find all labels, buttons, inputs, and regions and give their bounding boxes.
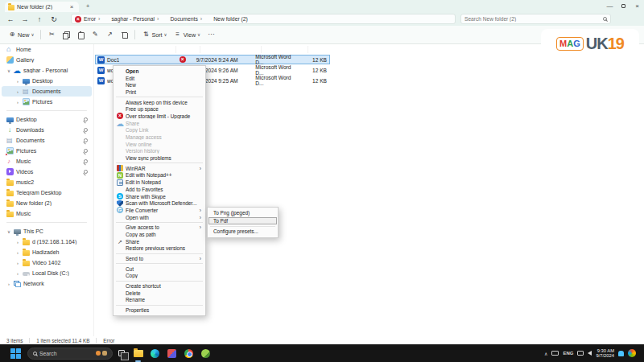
context-menu-item[interactable]: Copy as path: [114, 231, 204, 238]
expand-chevron-icon[interactable]: ∨: [6, 68, 11, 73]
minimize-button[interactable]: —: [603, 0, 617, 11]
sidebar-item[interactable]: Videos: [2, 167, 92, 177]
copilot-icon[interactable]: [628, 349, 636, 357]
context-menu-item[interactable]: Free up space: [114, 105, 204, 113]
submenu-item[interactable]: To Png (jpeged): [208, 209, 277, 217]
toolbar-button[interactable]: [88, 27, 102, 42]
touch-keyboard-icon[interactable]: [551, 351, 559, 356]
context-menu-item[interactable]: Add to Favorites: [114, 186, 204, 193]
context-menu-item[interactable]: Restore previous versions: [114, 245, 204, 253]
sidebar-item[interactable]: Gallery: [2, 55, 92, 65]
context-menu-item[interactable]: View sync problems: [114, 154, 204, 162]
context-menu-item[interactable]: [116, 305, 203, 306]
toolbar-button[interactable]: [59, 27, 73, 42]
volume-icon[interactable]: [588, 351, 592, 356]
context-menu-item[interactable]: WinRAR: [114, 165, 204, 172]
sidebar-item[interactable]: Music: [2, 208, 92, 219]
sidebar-item[interactable]: Desktop: [2, 114, 92, 125]
toolbar-button[interactable]: [102, 27, 117, 42]
context-menu-item[interactable]: Always keep on this device: [114, 99, 204, 106]
sidebar-item[interactable]: Downloads: [2, 125, 92, 135]
context-menu-item[interactable]: Give access to: [114, 224, 204, 231]
context-menu-item[interactable]: Edit in Notepad: [114, 179, 204, 186]
new-tab-button[interactable]: +: [84, 2, 92, 10]
edge-icon[interactable]: [148, 347, 162, 360]
refresh-button[interactable]: ↻: [47, 15, 61, 23]
sidebar-item[interactable]: › d (192.168.1.164): [2, 237, 92, 247]
column-header[interactable]: [175, 46, 200, 53]
sidebar-item[interactable]: New folder (2): [2, 198, 92, 208]
context-menu-item[interactable]: Share: [114, 120, 204, 127]
expand-chevron-icon[interactable]: ›: [15, 261, 20, 265]
context-menu-item[interactable]: File Converter: [114, 207, 204, 214]
context-menu-item[interactable]: Over storage limit - Upgrade: [114, 113, 204, 120]
breadcrumb-segment[interactable]: saghar - Personal: [98, 16, 155, 23]
context-menu-item[interactable]: [116, 281, 203, 282]
context-menu-item[interactable]: [116, 263, 203, 264]
column-header[interactable]: [200, 46, 261, 53]
sidebar-item[interactable]: music2: [2, 177, 92, 187]
context-menu-item[interactable]: Copy: [114, 273, 204, 280]
toolbar-button[interactable]: Sort: [138, 27, 170, 42]
close-button[interactable]: ×: [630, 0, 644, 11]
breadcrumb-segment[interactable]: New folder (2): [200, 16, 248, 23]
sidebar-item[interactable]: Documents: [2, 135, 92, 146]
language-indicator[interactable]: ENG: [563, 351, 573, 356]
expand-chevron-icon[interactable]: ›: [6, 282, 11, 286]
context-menu-item[interactable]: Open with: [114, 214, 204, 221]
breadcrumb-segment[interactable]: Error: [75, 16, 96, 23]
back-button[interactable]: ←: [3, 15, 18, 23]
expand-chevron-icon[interactable]: ∨: [6, 229, 11, 234]
sidebar-item[interactable]: › Hadizadeh: [2, 247, 92, 257]
toolbar-button[interactable]: [73, 27, 88, 42]
start-button[interactable]: [10, 348, 21, 359]
task-view-button[interactable]: [114, 347, 128, 360]
sidebar-item[interactable]: ∨ This PC: [2, 226, 92, 237]
context-menu-item[interactable]: [116, 97, 203, 97]
submenu-item[interactable]: To Pdf: [208, 217, 277, 225]
sidebar-item[interactable]: › Desktop: [2, 76, 92, 86]
expand-chevron-icon[interactable]: ›: [15, 250, 20, 255]
maximize-button[interactable]: [617, 0, 630, 11]
toolbar-button[interactable]: New: [5, 27, 37, 42]
context-menu-item[interactable]: Share: [114, 238, 204, 245]
notification-bell-icon[interactable]: [618, 351, 624, 356]
tray-overflow-chevron-icon[interactable]: ∧: [544, 351, 547, 356]
context-menu-item[interactable]: Version history: [114, 148, 204, 155]
toolbar-button[interactable]: [117, 27, 131, 42]
toolbar-button[interactable]: [40, 30, 41, 39]
chrome-icon[interactable]: [182, 347, 196, 360]
forward-button[interactable]: →: [18, 15, 32, 23]
sidebar-item[interactable]: › Documents: [2, 86, 92, 97]
toolbar-button[interactable]: [204, 27, 218, 42]
context-menu-item[interactable]: Properties: [114, 306, 204, 314]
context-menu-item[interactable]: Rename: [114, 297, 204, 304]
taskbar-search[interactable]: Search: [27, 348, 113, 360]
column-header[interactable]: [95, 46, 175, 53]
breadcrumb-segment[interactable]: Documents: [157, 16, 198, 23]
context-menu-item[interactable]: [116, 162, 203, 163]
submenu-item[interactable]: Configure presets...: [208, 228, 277, 236]
context-menu-item[interactable]: [116, 222, 203, 223]
context-menu-item[interactable]: View online: [114, 141, 204, 148]
expand-chevron-icon[interactable]: ›: [15, 79, 20, 84]
context-menu-item[interactable]: [116, 253, 203, 254]
sidebar-item[interactable]: Pictures: [2, 146, 92, 156]
context-menu-item[interactable]: Cut: [114, 265, 204, 273]
context-menu-item[interactable]: Scan with Microsoft Defender...: [114, 200, 204, 207]
clock[interactable]: 9:30 AM 9/7/2024: [596, 348, 614, 359]
expand-chevron-icon[interactable]: ›: [15, 240, 20, 245]
context-menu-item[interactable]: Edit: [114, 75, 204, 82]
explorer-tab[interactable]: New folder (2) ×: [5, 2, 79, 12]
network-icon[interactable]: [577, 351, 584, 356]
context-menu-item[interactable]: Create shortcut: [114, 282, 204, 290]
search-box[interactable]: [460, 14, 611, 24]
file-row[interactable]: Doc1 9/7/2024 9:24 AM Microsoft Word D..…: [95, 55, 330, 64]
sidebar-item[interactable]: › Network: [2, 278, 92, 289]
expand-chevron-icon[interactable]: ›: [15, 271, 20, 276]
expand-chevron-icon[interactable]: ›: [15, 100, 20, 105]
breadcrumb[interactable]: Error saghar - Personal Documents New fo…: [71, 14, 456, 24]
submenu-item[interactable]: [210, 226, 275, 227]
context-menu-item[interactable]: Share with Skype: [114, 193, 204, 200]
toolbar-button[interactable]: [44, 27, 59, 42]
